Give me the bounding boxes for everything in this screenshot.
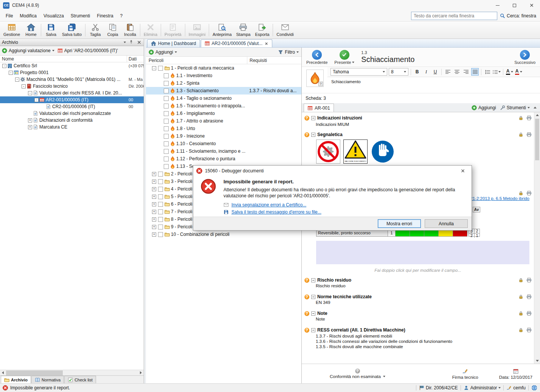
- note-body[interactable]: Note: [316, 317, 325, 321]
- close-button[interactable]: [523, 0, 540, 11]
- toolbar-copia-button[interactable]: Copia: [104, 22, 121, 38]
- font-family-select[interactable]: Tahoma: [331, 68, 387, 76]
- font-size-select[interactable]: 8: [389, 68, 408, 76]
- tree-row-dichiarazioni[interactable]: +Dichiarazioni di conformità: [0, 117, 144, 124]
- hazard-row[interactable]: 1.6 - Impigliamento: [146, 110, 301, 117]
- expander-icon[interactable]: -: [152, 66, 156, 70]
- hazard-description-editor[interactable]: Schiacciamento: [327, 77, 540, 86]
- maximize-button[interactable]: [506, 0, 523, 11]
- minimize-button[interactable]: [489, 0, 506, 11]
- expander-icon[interactable]: +: [152, 217, 156, 222]
- toolbar-stampa-button[interactable]: Stampa: [234, 22, 253, 38]
- checkbox[interactable]: [158, 232, 163, 237]
- hazard-row[interactable]: 1.11 - Scivolamento, inciampo e ...: [146, 147, 301, 155]
- hazard-folder-row[interactable]: +10 - Combinazione di pericoli: [146, 231, 301, 238]
- help-icon[interactable]: ?: [304, 132, 309, 137]
- print-icon[interactable]: [526, 327, 532, 333]
- tab-close-icon[interactable]: [264, 42, 268, 46]
- chevron-down-icon[interactable]: [352, 62, 354, 63]
- checkbox[interactable]: [164, 88, 169, 93]
- expander-icon[interactable]: -: [2, 64, 6, 68]
- column-header-dati[interactable]: Dati: [127, 56, 144, 62]
- chevron-down-icon[interactable]: [52, 50, 54, 51]
- chevron-down-icon[interactable]: [175, 51, 177, 53]
- hazard-folder-row[interactable]: -1 - Pericoli di natura meccanica: [146, 64, 301, 72]
- section-ress-header[interactable]: ? RESS correlati (All. 1 Direttiva Macch…: [304, 327, 532, 333]
- hazard-row[interactable]: 1.9 - Iniezione: [146, 132, 301, 140]
- user-selector[interactable]: Administrator: [464, 385, 501, 390]
- checkbox[interactable]: [158, 66, 163, 71]
- checkbox[interactable]: [158, 217, 163, 222]
- tab-ar2-valutazione[interactable]: AR2-001/000005 (Valut...: [201, 39, 273, 47]
- send-error-report-link[interactable]: Invia segnalazione errori a Certifico...: [231, 202, 306, 208]
- help-icon[interactable]: ?: [304, 278, 309, 283]
- presente-button[interactable]: Presente: [334, 50, 354, 65]
- card-strumenti-button[interactable]: Strumenti: [500, 105, 530, 110]
- window-search-input[interactable]: [411, 12, 497, 20]
- scroll-up-icon[interactable]: [536, 114, 539, 116]
- scroll-left-icon[interactable]: [0, 370, 6, 376]
- toolbar-condividi-button[interactable]: Condividi: [274, 22, 296, 38]
- print-icon[interactable]: [526, 311, 532, 316]
- print-icon[interactable]: [526, 115, 532, 121]
- lock-icon[interactable]: [518, 115, 523, 121]
- card-aggiungi-button[interactable]: Aggiungi: [472, 105, 496, 110]
- expander-icon[interactable]: +: [152, 172, 156, 176]
- menu-finestra[interactable]: Finestra: [93, 11, 116, 20]
- checkbox[interactable]: [158, 202, 163, 207]
- menu-visualizza[interactable]: Visualizza: [40, 11, 67, 20]
- collapse-icon[interactable]: [311, 311, 315, 316]
- bold-button[interactable]: B: [413, 68, 421, 76]
- hazard-row[interactable]: 1.12 - Perforazione o puntura: [146, 155, 301, 163]
- expander-icon[interactable]: +: [152, 232, 156, 237]
- globe-icon[interactable]: [531, 385, 537, 391]
- hazard-row[interactable]: 1.1 - Investimento: [146, 72, 301, 79]
- checkbox[interactable]: [164, 126, 169, 131]
- lock-icon[interactable]: [518, 191, 523, 196]
- toolbar-esporta-button[interactable]: Esporta: [253, 22, 272, 38]
- tree-row-certifico[interactable]: -Certifico Srl(+39 075: [0, 62, 144, 69]
- add-valutazione-button[interactable]: Aggiungi valutazione: [9, 48, 51, 53]
- section-residuo-header[interactable]: ? Rischio residuo: [304, 277, 532, 284]
- hazard-row[interactable]: 1.7 - Attrito o abrasione: [146, 117, 301, 125]
- tree-row-fascicolo[interactable]: -Fascicolo tecnicoDir. 2006: [0, 83, 144, 90]
- checkbox[interactable]: [164, 164, 169, 169]
- tab-check-list[interactable]: Check list: [64, 376, 96, 383]
- hazard-row[interactable]: 1.5 - Trascinamento o intrappola...: [146, 102, 301, 110]
- collapse-up-icon[interactable]: [534, 107, 537, 108]
- ress-item[interactable]: 1.3.6 - Rischi connessi alle variazioni …: [316, 339, 452, 344]
- expander-icon[interactable]: +: [152, 180, 156, 184]
- expander-icon[interactable]: +: [28, 118, 32, 122]
- collapse-icon[interactable]: [311, 278, 315, 282]
- collapse-icon[interactable]: [311, 133, 315, 137]
- help-icon[interactable]: ?: [304, 294, 309, 299]
- toolbar-salva-button[interactable]: Salva: [42, 22, 60, 38]
- measures-field[interactable]: [316, 241, 529, 264]
- filtro-button[interactable]: Filtro: [285, 50, 295, 55]
- print-icon[interactable]: [526, 191, 532, 196]
- open-valutazione-button[interactable]: Apri 'AR2-001/000005 (IT)': [64, 48, 118, 53]
- chevron-down-icon[interactable]: [296, 51, 299, 53]
- ress-item[interactable]: 1.3.7 - Rischi dovuti agli elementi mobi…: [316, 334, 392, 338]
- hazard-row[interactable]: 1.4 - Taglio o sezionamento: [146, 95, 301, 102]
- pin-icon[interactable]: [129, 40, 134, 45]
- toolbar-salva-tutto-button[interactable]: Salva tutto: [60, 22, 84, 38]
- checkbox[interactable]: [158, 172, 163, 177]
- panel-close-icon[interactable]: [137, 40, 142, 45]
- vertical-scrollbar[interactable]: [534, 112, 540, 364]
- tree-row-marcatura[interactable]: +Marcatura CE: [0, 124, 144, 130]
- column-header-pericoli[interactable]: Pericoli: [146, 57, 247, 64]
- expander-icon[interactable]: +: [152, 225, 156, 229]
- help-icon[interactable]: ?: [304, 116, 309, 121]
- print-icon[interactable]: [526, 132, 532, 137]
- tree-row-cr2[interactable]: CR2-001/000006 (IT)00: [0, 103, 144, 110]
- prohibition-sign-icon[interactable]: [316, 139, 340, 164]
- aggiungi-button[interactable]: Aggiungi: [155, 50, 173, 55]
- mostra-errori-button[interactable]: Mostra errori: [378, 219, 421, 228]
- print-icon[interactable]: [526, 277, 532, 283]
- scrollbar-thumb[interactable]: [6, 370, 63, 375]
- panel-menu-caret-icon[interactable]: [124, 42, 126, 43]
- tab-ar-001[interactable]: AR-001: [304, 104, 334, 112]
- help-icon[interactable]: ?: [304, 311, 309, 316]
- hazard-row[interactable]: 1.10 - Cesoiamento: [146, 140, 301, 147]
